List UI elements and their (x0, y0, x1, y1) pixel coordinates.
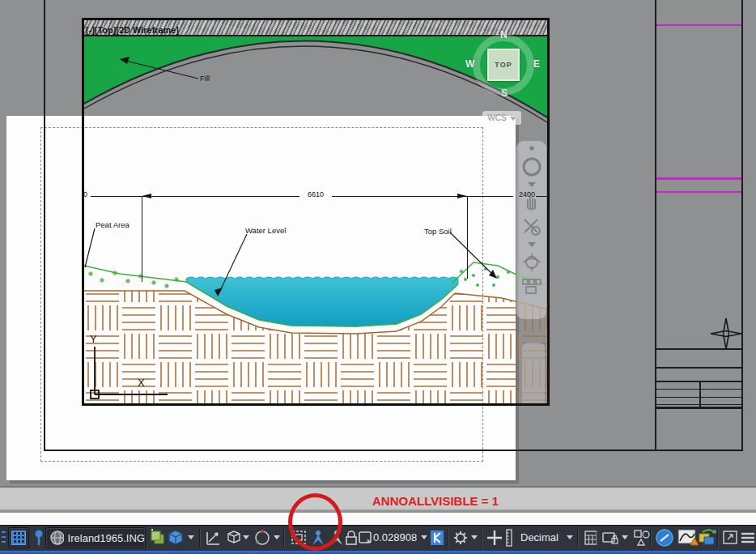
chevron-down-icon[interactable] (188, 535, 194, 539)
grid-display-button[interactable] (8, 527, 29, 548)
separator (199, 528, 201, 548)
ucs-y-label: Y (90, 333, 97, 345)
navigation-bar-extension[interactable] (522, 343, 545, 403)
performance-tuner-icon[interactable] (677, 527, 695, 547)
orbit-icon[interactable] (521, 252, 542, 273)
hardware-acceleration-icon[interactable] (655, 527, 673, 547)
annotation-scale-sync-icon[interactable] (428, 528, 446, 548)
fullscreen-icon[interactable] (721, 528, 739, 548)
leader-lines (85, 60, 495, 294)
chevron-down-icon[interactable] (421, 535, 427, 539)
isolate-objects-icon[interactable] (632, 528, 650, 548)
globe-icon (49, 530, 64, 546)
dim-span-value: 6610 (299, 190, 332, 198)
navigation-wheel-icon[interactable] (521, 156, 542, 177)
navigation-bar[interactable] (516, 141, 546, 319)
viewport-canvas[interactable]: Y X [-][Top][2D Wireframe] (84, 20, 547, 403)
viewport-scale-sync-icon[interactable] (356, 528, 374, 548)
plus-icon[interactable] (486, 528, 503, 548)
magenta-line-3 (656, 191, 741, 193)
ucs-x-label: X (138, 377, 145, 389)
drafting-axes-icon[interactable] (204, 528, 222, 548)
white-strip (0, 513, 756, 525)
viewport-scale-value[interactable]: 0.028908 (373, 531, 417, 543)
wcs-label: WCS (487, 113, 506, 122)
chevron-down-icon (510, 113, 516, 122)
showmotion-icon[interactable] (521, 278, 542, 294)
gear-icon[interactable] (452, 528, 469, 548)
clean-screen-layers-icon[interactable] (698, 527, 716, 547)
viewcube-top-face[interactable]: TOP (487, 49, 520, 81)
viewcube-west[interactable]: W (465, 58, 474, 70)
chevron-down-icon[interactable] (528, 242, 536, 247)
peat-area-label: Peat Area (96, 220, 130, 229)
viewport-controls-label[interactable]: [-][Top][2D Wireframe] (86, 25, 179, 35)
chevron-down-icon[interactable] (243, 535, 249, 539)
extension-line-right (467, 196, 468, 279)
navbar-dot-icon[interactable] (529, 145, 535, 151)
dim-right-value: 2400 (515, 190, 539, 198)
fill-label: Fill (200, 74, 210, 83)
magenta-line-1 (656, 24, 741, 26)
ucs-selector[interactable]: WCS (482, 111, 521, 125)
zoom-extents-icon[interactable] (521, 216, 542, 237)
menu-icon[interactable] (739, 528, 756, 548)
viewcube-north[interactable]: N (500, 29, 508, 40)
layout-viewport[interactable]: Y X [-][Top][2D Wireframe] (82, 18, 550, 406)
titleblock-divider (699, 381, 701, 407)
clipped-toolbar-icon[interactable] (0, 528, 6, 548)
chevron-down-icon[interactable] (622, 535, 628, 539)
separator (577, 528, 579, 548)
filename-label: Ireland1965.ING (68, 532, 145, 544)
separator (447, 528, 448, 548)
extension-line-left (142, 196, 142, 282)
box-wireframe-icon[interactable] (225, 528, 243, 548)
titleblock-row-line (656, 367, 741, 369)
copy-objects-icon[interactable] (149, 528, 167, 548)
frame-left-line (44, 0, 45, 451)
north-arrow-symbol (710, 317, 742, 350)
water-level-label: Water Level (245, 226, 286, 235)
grid-icon (11, 531, 26, 545)
taskbar-edge (0, 551, 756, 554)
titleblock-row-line-thick (656, 407, 741, 409)
titleblock-right-line (741, 0, 743, 450)
geolocation-file-button[interactable]: Ireland1965.ING (45, 527, 146, 548)
ruler-icon[interactable] (503, 528, 521, 548)
chevron-down-icon[interactable] (567, 535, 573, 539)
viewcube-south[interactable]: S (501, 87, 508, 99)
separator (717, 528, 719, 548)
chevron-down-icon[interactable] (471, 535, 478, 539)
viewcube[interactable]: N W E S TOP (469, 31, 537, 99)
titleblock-left-line (655, 0, 656, 450)
toolbar-lock-icon[interactable] (601, 528, 619, 548)
viewcube-east[interactable]: E (533, 58, 540, 70)
annoallvisible-text: ANNOALLVISIBLE = 1 (372, 494, 499, 508)
red-highlight-circle (288, 493, 342, 551)
orbit-sphere-icon[interactable] (253, 528, 271, 548)
units-value[interactable]: Decimal (520, 531, 559, 543)
top-soil-label: Top Soil (424, 227, 452, 236)
autocad-workspace: Y X [-][Top][2D Wireframe] (0, 0, 756, 554)
separator (650, 528, 652, 548)
frame-bottom-line (44, 450, 743, 451)
chevron-down-icon[interactable] (274, 535, 280, 539)
magenta-line-2 (656, 177, 741, 180)
separator (283, 528, 285, 548)
cube-3d-icon[interactable] (167, 528, 185, 548)
separator (481, 528, 482, 548)
dim-left-value: 0 (84, 190, 87, 198)
separator (597, 528, 598, 548)
chevron-down-icon[interactable] (528, 182, 536, 187)
